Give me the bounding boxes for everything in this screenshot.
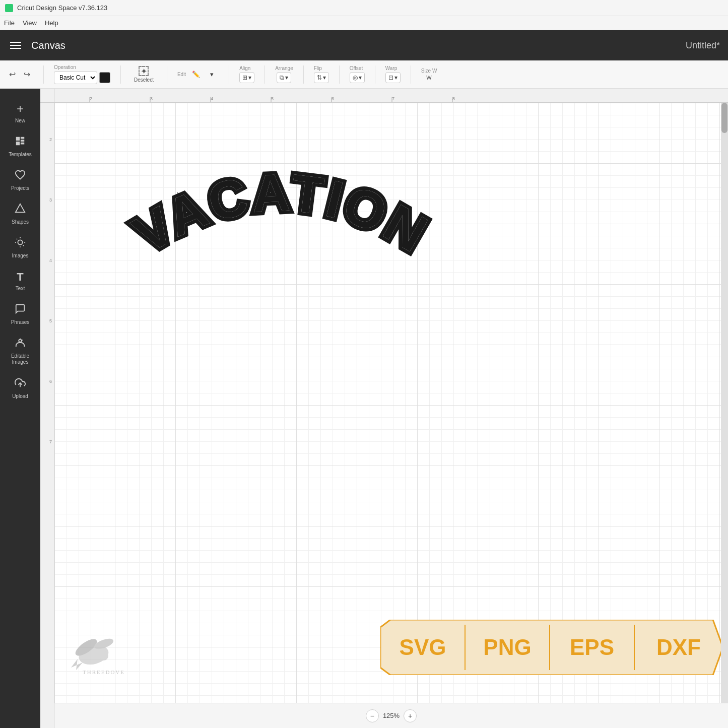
flip-dropdown-button[interactable]: ⇅ ▾: [314, 72, 329, 83]
sidebar-item-text-label: Text: [16, 286, 25, 291]
sidebar-item-images-label: Images: [12, 253, 29, 258]
deselect-button[interactable]: ✦ Deselect: [131, 64, 157, 85]
sidebar-item-upload-label: Upload: [12, 393, 28, 399]
left-sidebar: + New Templates Projects Shapes Im: [0, 89, 40, 728]
pencil-icon: ✏️: [192, 71, 200, 78]
sidebar-item-phrases[interactable]: Phrases: [3, 298, 38, 330]
svg-text:DXF: DXF: [656, 635, 701, 659]
sidebar-item-editable-images[interactable]: Editable Images: [3, 332, 38, 370]
ruler-tick-v5: 5: [49, 318, 52, 323]
undo-icon: ↩: [9, 70, 16, 79]
svg-line-5: [23, 245, 24, 246]
separator-2: [120, 65, 121, 84]
operation-group: Operation Basic Cut Draw Score Engrave: [54, 64, 110, 84]
align-group: Align ⊞ ▾: [239, 65, 254, 83]
phrases-icon: [15, 303, 26, 317]
svg-text:VACATION: VACATION: [123, 163, 438, 264]
format-banner: SVG PNG EPS DXF: [380, 620, 723, 675]
sidebar-item-upload[interactable]: Upload: [3, 372, 38, 404]
main-area: + New Templates Projects Shapes Im: [0, 89, 728, 728]
align-icon: ⊞: [242, 74, 247, 81]
svg-line-10: [22, 340, 22, 341]
scroll-thumb[interactable]: [721, 103, 727, 133]
zoom-out-button[interactable]: −: [366, 709, 379, 722]
app-icon: [5, 4, 13, 12]
sidebar-item-text[interactable]: T Text: [3, 266, 38, 296]
redo-icon: ↪: [24, 70, 30, 79]
svg-point-1: [18, 240, 22, 244]
ruler-tick-v7: 7: [49, 439, 52, 444]
templates-icon: [15, 136, 26, 150]
sidebar-item-shapes-label: Shapes: [12, 219, 29, 225]
ruler-corner: [40, 89, 54, 103]
svg-line-4: [17, 239, 17, 239]
left-ruler: 2 3 4 5 6 7: [40, 103, 54, 728]
align-chevron-icon: ▾: [248, 74, 251, 81]
ruler-tick-v3: 3: [49, 197, 52, 203]
operation-select[interactable]: Basic Cut Draw Score Engrave: [54, 71, 97, 84]
editable-images-icon: [15, 337, 26, 351]
canvas-area[interactable]: 2 3 4 5 6 7 8: [40, 89, 728, 728]
separator-4: [229, 65, 229, 84]
chevron-down-icon: ▾: [210, 71, 214, 78]
sidebar-item-images[interactable]: Images: [3, 232, 38, 263]
redo-button[interactable]: ↪: [21, 68, 33, 81]
operation-label: Operation: [54, 64, 110, 70]
canvas-title: Canvas: [31, 40, 65, 51]
arrange-group: Arrange ⧉ ▾: [275, 65, 293, 83]
separator-5: [264, 65, 265, 84]
sidebar-item-templates-label: Templates: [9, 152, 32, 157]
flip-group: Flip ⇅ ▾: [314, 65, 329, 83]
sidebar-item-projects[interactable]: Projects: [3, 164, 38, 196]
app-title: Cricut Design Space v7.36.123: [17, 4, 107, 12]
ruler-ticks-svg: [54, 89, 728, 102]
svg-marker-0: [16, 204, 25, 213]
images-icon: [15, 237, 26, 251]
separator-9: [411, 65, 411, 84]
hamburger-menu[interactable]: [8, 40, 23, 51]
arrange-dropdown-button[interactable]: ⧉ ▾: [277, 72, 291, 83]
menu-view[interactable]: View: [23, 19, 37, 27]
shapes-icon: [15, 203, 26, 217]
new-icon: +: [17, 102, 24, 116]
svg-text:SVG: SVG: [400, 635, 446, 659]
undo-button[interactable]: ↩: [6, 68, 19, 81]
svg-text:EPS: EPS: [570, 635, 614, 659]
sidebar-item-editable-images-label: Editable Images: [11, 353, 29, 365]
document-title: Untitled*: [686, 40, 720, 51]
warp-dropdown-button[interactable]: ⊡ ▾: [385, 72, 401, 83]
grid-canvas[interactable]: VACATION VACATION: [54, 103, 728, 703]
menu-file[interactable]: File: [4, 19, 15, 27]
zoom-in-button[interactable]: +: [404, 709, 417, 722]
offset-chevron-icon: ▾: [359, 74, 362, 81]
warp-icon: ⊡: [388, 74, 393, 81]
edit-pencil-button[interactable]: ✏️: [189, 68, 203, 82]
offset-dropdown-button[interactable]: ◎ ▾: [350, 72, 365, 83]
sidebar-item-projects-label: Projects: [11, 185, 29, 191]
separator-7: [339, 65, 340, 84]
color-swatch[interactable]: [99, 72, 110, 83]
offset-group: Offset ◎ ▾: [350, 65, 365, 83]
warp-chevron-icon: ▾: [394, 74, 398, 81]
edit-dropdown-button[interactable]: ▾: [205, 68, 219, 82]
ruler-tick-v6: 6: [49, 379, 52, 384]
separator-8: [375, 65, 375, 84]
sidebar-item-templates[interactable]: Templates: [3, 130, 38, 162]
zoom-controls: − 125% +: [366, 709, 417, 722]
size-label-w: W: [426, 75, 431, 81]
sidebar-item-shapes[interactable]: Shapes: [3, 198, 38, 230]
scrollbar[interactable]: [721, 103, 728, 703]
size-group: Size W W: [421, 68, 437, 81]
menu-help[interactable]: Help: [45, 19, 58, 27]
sidebar-item-new[interactable]: + New: [3, 97, 38, 128]
plus-icon: +: [408, 712, 412, 720]
edit-group: Edit ✏️ ▾: [177, 68, 219, 82]
svg-point-33: [99, 651, 108, 660]
svg-point-8: [19, 340, 22, 343]
flip-chevron-icon: ▾: [323, 74, 326, 81]
deselect-icon: ✦: [139, 66, 149, 76]
separator-1: [43, 65, 44, 84]
align-dropdown-button[interactable]: ⊞ ▾: [239, 72, 254, 83]
arrange-chevron-icon: ▾: [285, 74, 288, 81]
svg-text:PNG: PNG: [483, 635, 531, 659]
